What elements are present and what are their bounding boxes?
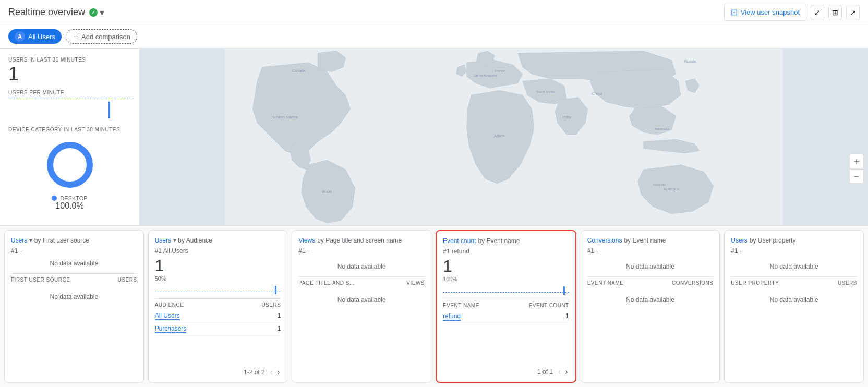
expand-button[interactable]: ⤢ — [811, 5, 824, 20]
card-1-rank: #1 - — [11, 247, 137, 255]
svg-point-1 — [50, 145, 90, 185]
table-row: Purchasers 1 — [155, 323, 281, 336]
svg-text:United States: United States — [273, 115, 298, 119]
card-4-next-button[interactable]: › — [564, 366, 569, 378]
legend-dot — [52, 196, 57, 201]
card-6-col2-header: USERS — [838, 280, 857, 286]
add-comparison-label: Add comparison — [81, 33, 130, 41]
card-6-col1-header: USER PROPERTY — [731, 280, 779, 286]
card-6-title-suffix: by User property — [750, 237, 796, 244]
card-4-sparkline — [443, 284, 569, 295]
svg-text:Indonesia: Indonesia — [655, 127, 670, 130]
audience-purchasers-link[interactable]: Purchasers — [155, 325, 187, 333]
device-category-label: DEVICE CATEGORY IN LAST 30 MINUTES — [8, 127, 131, 132]
header-left: Realtime overview ▾ — [8, 7, 104, 18]
sparkline-bar — [108, 102, 110, 118]
map-zoom-in-button[interactable]: ＋ — [849, 154, 864, 168]
map-controls: ＋ － — [849, 154, 864, 184]
avatar: A — [15, 31, 25, 42]
card-2-pagination: 1-2 of 2 — [244, 369, 265, 376]
card-2-title-suffix: ▾ by Audience — [173, 237, 212, 244]
view-snapshot-label: View user snapshot — [741, 8, 800, 16]
card-3-no-data: No data available — [298, 259, 425, 274]
card-2-footer: 1-2 of 2 ‹ › — [155, 367, 281, 378]
card-3-col2-header: VIEWS — [406, 280, 425, 286]
card-4-footer: 1 of 1 ‹ › — [443, 366, 569, 378]
card-5-table-no-data: No data available — [587, 292, 714, 308]
all-users-chip[interactable]: A All Users — [8, 29, 62, 44]
card-6-title-link[interactable]: Users — [731, 237, 747, 244]
card-3-table-no-data: No data available — [298, 292, 425, 308]
card-5-col1-header: EVENT NAME — [587, 280, 624, 286]
audience-card: Users ▾ by Audience #1 All Users 1 50% A… — [148, 230, 288, 383]
header: Realtime overview ▾ ⊡ View user snapshot… — [0, 0, 868, 25]
card-4-sparkline-line — [443, 292, 569, 293]
donut-svg — [44, 139, 96, 191]
svg-text:United Kingdom: United Kingdom — [474, 74, 497, 77]
card-5-col2-header: CONVERSIONS — [672, 280, 713, 286]
card-3-title-link[interactable]: Views — [298, 237, 315, 244]
conversions-card: Conversions by Event name #1 - No data a… — [581, 230, 720, 383]
left-stats-panel: USERS IN LAST 30 MINUTES 1 USERS PER MIN… — [0, 49, 140, 225]
svg-text:France: France — [495, 69, 505, 72]
card-2-title-link[interactable]: Users — [155, 237, 171, 244]
card-3-rank: #1 - — [298, 247, 425, 255]
card-1-title-link[interactable]: Users — [11, 237, 27, 244]
card-4-title-link[interactable]: Event count — [443, 237, 476, 245]
world-map-svg: United States United Kingdom France Russ… — [140, 49, 868, 225]
all-users-label: All Users — [28, 33, 55, 41]
first-user-source-card: Users ▾ by First user source #1 - No dat… — [4, 230, 144, 383]
sparkline-dashed-line — [8, 98, 131, 98]
card-4-col2-header: EVENT COUNT — [529, 303, 569, 308]
header-right: ⊡ View user snapshot ⤢ ⊞ ↗ — [724, 4, 860, 21]
audience-purchasers-value: 1 — [278, 325, 281, 333]
card-6-table-header: USER PROPERTY USERS — [731, 276, 857, 288]
map-zoom-out-button[interactable]: － — [849, 169, 864, 184]
page: Realtime overview ▾ ⊡ View user snapshot… — [0, 0, 868, 387]
card-4-pagination: 1 of 1 — [537, 368, 553, 376]
card-5-table-header: EVENT NAME CONVERSIONS — [587, 276, 714, 288]
plus-icon: ＋ — [73, 32, 79, 41]
card-2-next-button[interactable]: › — [276, 367, 281, 378]
card-4-prev-button[interactable]: ‹ — [557, 366, 562, 378]
card-5-title-suffix: by Event name — [624, 237, 666, 244]
header-dropdown-arrow[interactable]: ▾ — [100, 7, 104, 18]
card-5-title-link[interactable]: Conversions — [587, 237, 622, 244]
svg-text:Australia: Australia — [664, 187, 680, 191]
audience-all-users-link[interactable]: All Users — [155, 312, 180, 320]
snapshot-icon: ⊡ — [731, 7, 738, 17]
table-view-button[interactable]: ⊞ — [828, 5, 842, 20]
card-2-nav: ‹ › — [269, 367, 281, 378]
svg-text:Canada: Canada — [292, 69, 305, 73]
card-2-prev-button[interactable]: ‹ — [269, 367, 274, 378]
donut-legend: DESKTOP — [52, 195, 87, 201]
card-4-rank: #1 refund — [443, 248, 569, 255]
table-row: All Users 1 — [155, 310, 281, 323]
card-2-rank: #1 All Users — [155, 247, 281, 255]
view-snapshot-button[interactable]: ⊡ View user snapshot — [724, 4, 806, 21]
card-2-main-value: 1 — [155, 256, 281, 275]
card-2-col1-header: AUDIENCE — [155, 302, 184, 308]
audience-all-users-value: 1 — [278, 312, 281, 320]
card-5-no-data: No data available — [587, 259, 714, 274]
card-1-col2-header: USERS — [118, 277, 137, 283]
svg-text:Africa: Africa — [494, 133, 505, 138]
event-count-card: Event count by Event name #1 refund 1 10… — [436, 230, 576, 383]
card-1-no-data: No data available — [11, 256, 137, 271]
add-comparison-button[interactable]: ＋ Add comparison — [66, 29, 137, 44]
card-3-title: Views by Page title and screen name — [298, 237, 425, 244]
share-button[interactable]: ↗ — [846, 5, 860, 20]
svg-text:Brazil: Brazil — [322, 190, 332, 194]
card-1-col1-header: FIRST USER SOURCE — [11, 277, 70, 283]
share-icon: ↗ — [850, 8, 856, 17]
card-4-col1-header: EVENT NAME — [443, 303, 479, 308]
users-value: 1 — [8, 65, 131, 83]
svg-text:Russia: Russia — [684, 59, 696, 64]
event-refund-link[interactable]: refund — [443, 312, 461, 321]
card-2-sparkline-bar — [275, 286, 276, 294]
users-30-label: USERS IN LAST 30 MINUTES — [8, 57, 131, 63]
card-1-title-suffix: ▾ by First user source — [29, 237, 89, 244]
card-2-title: Users ▾ by Audience — [155, 237, 281, 244]
card-3-table-header: PAGE TITLE AND S... VIEWS — [298, 276, 425, 288]
card-2-col2-header: USERS — [261, 302, 281, 308]
